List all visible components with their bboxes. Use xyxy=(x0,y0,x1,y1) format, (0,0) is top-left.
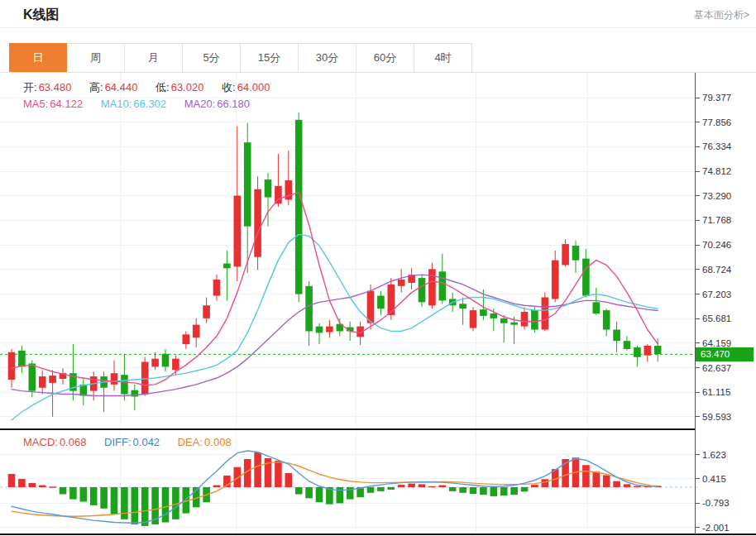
diff-label: DIFF: xyxy=(104,436,132,448)
open-label: 开: xyxy=(23,81,37,93)
tab-item-0[interactable]: 日 xyxy=(9,43,67,73)
price-axis-label: 74.812 xyxy=(702,165,731,177)
price-axis-label: 61.115 xyxy=(702,386,730,398)
price-axis-label: 71.768 xyxy=(702,214,731,226)
ma10-label: MA10: xyxy=(101,98,132,110)
tab-item-6[interactable]: 60分 xyxy=(356,43,414,73)
diff-value: 0.042 xyxy=(133,436,160,448)
macd-axis-label: 0.415 xyxy=(702,473,726,485)
macd-readout: MACD:0.068 DIFF:0.042 DEA:0.008 xyxy=(23,436,233,448)
high-value: 64.440 xyxy=(105,81,138,93)
close-label: 收: xyxy=(222,81,236,93)
ma5-label: MA5: xyxy=(23,98,48,110)
dea-value: 0.008 xyxy=(204,436,232,448)
macd-label: MACD: xyxy=(23,436,58,448)
ma20-value: 66.180 xyxy=(217,98,250,110)
open-value: 63.480 xyxy=(39,81,72,93)
price-axis-label: 59.593 xyxy=(702,411,731,423)
low-label: 低: xyxy=(156,81,170,93)
ma20-label: MA20: xyxy=(184,98,216,110)
macd-axis-label: 1.623 xyxy=(702,449,726,461)
price-axis-label: 73.290 xyxy=(702,190,731,202)
close-value: 64.000 xyxy=(237,81,270,93)
tab-item-1[interactable]: 周 xyxy=(67,43,125,73)
tab-item-2[interactable]: 月 xyxy=(125,43,183,73)
price-axis-label: 68.724 xyxy=(702,264,731,275)
low-value: 63.020 xyxy=(171,81,204,93)
macd-axis-label: -0.793 xyxy=(702,497,730,509)
price-axis-label: 65.681 xyxy=(702,313,731,324)
tab-item-5[interactable]: 30分 xyxy=(299,43,356,73)
price-axis-label: 77.856 xyxy=(702,117,731,128)
tab-item-3[interactable]: 5分 xyxy=(183,43,241,73)
price-axis-label: 79.377 xyxy=(702,92,731,103)
header-divider xyxy=(0,27,756,28)
ma10-value: 66.302 xyxy=(133,98,166,110)
price-axis-label: 62.637 xyxy=(702,362,731,374)
ma5-value: 64.122 xyxy=(50,98,83,110)
page-title: K线图 xyxy=(23,7,60,24)
tab-item-7[interactable]: 4时 xyxy=(414,43,472,73)
current-price-tag: 63.470 xyxy=(696,347,754,361)
macd-axis-label: -2.001 xyxy=(702,522,730,534)
price-axis-label: 70.246 xyxy=(702,239,731,251)
ma-readout: MA5:64.122 MA10:66.302 MA20:66.180 xyxy=(23,98,251,110)
price-axis-label: 76.334 xyxy=(702,141,731,152)
high-label: 高: xyxy=(89,81,103,93)
fundamental-analysis-link[interactable]: 基本面分析> xyxy=(694,8,749,22)
dea-label: DEA: xyxy=(178,436,203,448)
period-tabbar: 日周月5分15分30分60分4时 xyxy=(9,43,472,73)
tab-item-4[interactable]: 15分 xyxy=(241,43,299,73)
ohlc-readout: 开:63.480 高:64.440 低:63.020 收:64.000 xyxy=(23,80,271,95)
tabbar-divider xyxy=(0,72,756,73)
macd-value: 0.068 xyxy=(60,436,87,448)
price-axis-label: 67.203 xyxy=(702,289,731,300)
